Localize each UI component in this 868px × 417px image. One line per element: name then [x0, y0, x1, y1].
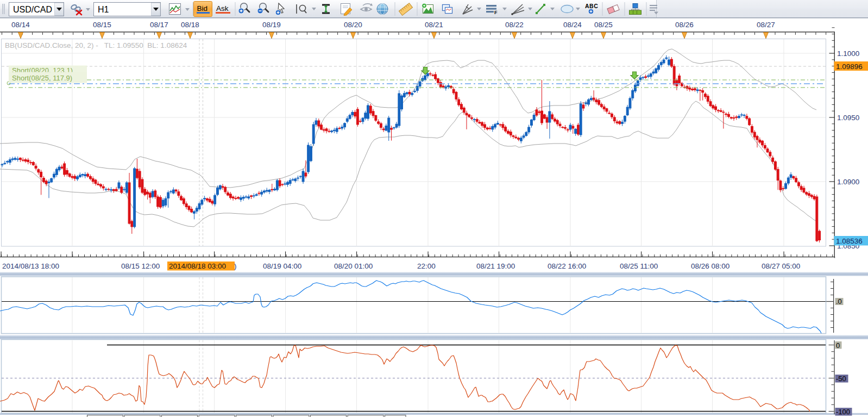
- svg-text:2014/08/13 18:00: 2014/08/13 18:00: [2, 262, 59, 270]
- svg-text:USD/CAD: USD/CAD: [13, 5, 52, 14]
- svg-text:Short(08/25, 117.9): Short(08/25, 117.9): [12, 74, 72, 82]
- svg-text:08/14: 08/14: [11, 21, 30, 29]
- svg-text:.0: .0: [836, 297, 842, 306]
- svg-text:22:00: 22:00: [417, 262, 436, 270]
- svg-text:08/22: 08/22: [505, 21, 524, 29]
- svg-text:1.1000: 1.1000: [837, 49, 859, 58]
- svg-text:08/19: 08/19: [262, 21, 281, 29]
- svg-text:BB(USD/CAD.Close, 20, 2) - T: BB(USD/CAD.Close, 20, 2) - TL: 1.09550 B…: [5, 41, 187, 49]
- svg-text:08/17: 08/17: [150, 21, 168, 29]
- svg-text:1.08536: 1.08536: [836, 237, 863, 245]
- svg-text:08/15: 08/15: [93, 21, 111, 29]
- svg-text:08/21 19:00: 08/21 19:00: [476, 262, 515, 270]
- svg-text:Bid: Bid: [197, 4, 208, 13]
- svg-text:08/21: 08/21: [425, 21, 443, 29]
- svg-text:ABC: ABC: [585, 3, 598, 9]
- svg-text:08/26: 08/26: [675, 21, 694, 29]
- svg-text:F: F: [494, 10, 498, 15]
- svg-text:08/15 12:00: 08/15 12:00: [121, 262, 160, 270]
- svg-text:-50: -50: [836, 375, 846, 383]
- svg-text:08/20 01:00: 08/20 01:00: [334, 262, 373, 270]
- svg-text:08/27: 08/27: [757, 21, 775, 29]
- svg-text:1.09896: 1.09896: [836, 63, 863, 71]
- svg-text:08/25: 08/25: [594, 21, 613, 29]
- svg-text:08/27 05:00: 08/27 05:00: [762, 262, 800, 270]
- svg-text:Ask: Ask: [216, 4, 229, 13]
- svg-text:0: 0: [836, 341, 840, 350]
- svg-text:H1: H1: [98, 5, 109, 14]
- svg-text:08/26 08:00: 08/26 08:00: [691, 262, 729, 270]
- svg-text:08/24: 08/24: [563, 21, 582, 29]
- svg-text:08/25 11:00: 08/25 11:00: [620, 262, 658, 270]
- svg-text:): ): [234, 262, 237, 270]
- svg-text:2014/08/18 03:00: 2014/08/18 03:00: [169, 262, 226, 270]
- svg-text:08/22 16:00: 08/22 16:00: [548, 262, 586, 270]
- svg-text:1.0950: 1.0950: [837, 114, 859, 122]
- svg-text:08/18: 08/18: [181, 21, 199, 29]
- svg-text:-100: -100: [836, 408, 850, 416]
- svg-text:1.0900: 1.0900: [837, 178, 859, 186]
- svg-text:08/20: 08/20: [344, 21, 362, 29]
- svg-text:08/19 04:00: 08/19 04:00: [263, 262, 301, 270]
